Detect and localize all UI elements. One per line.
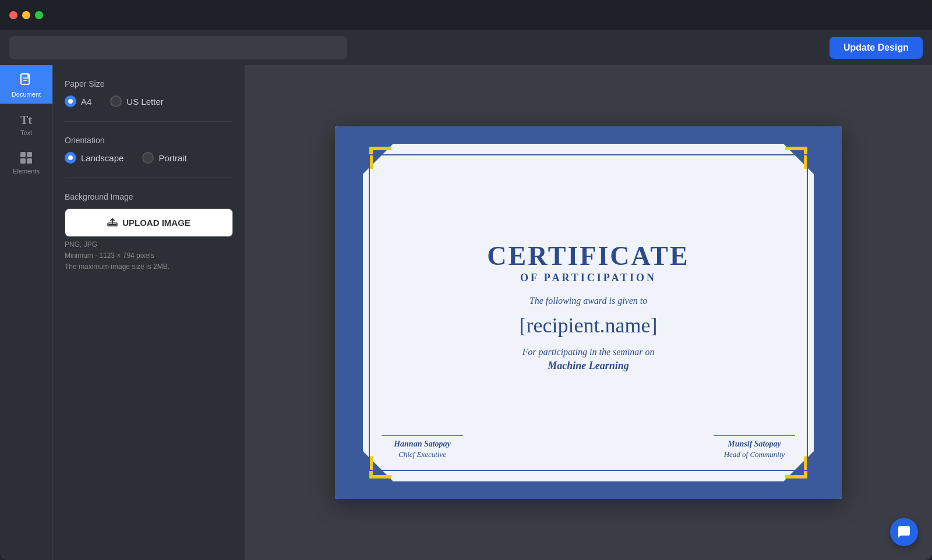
background-image-section: Background Image UPLOAD IMAGE PNG, JPG M… <box>65 192 233 273</box>
main-layout: Document Tt Text Elements <box>0 65 932 560</box>
orientation-portrait-label: Portrait <box>158 153 186 163</box>
upload-hint-line2: Minimum - 1123 × 794 pixels <box>65 250 233 261</box>
elements-icon <box>19 150 34 165</box>
cert-bar-right <box>814 173 842 452</box>
chat-button[interactable] <box>890 518 918 546</box>
cert-sig-right: Munsif Satopay Head of Community <box>714 435 795 459</box>
cert-bar-left <box>335 173 363 452</box>
paper-size-us-letter-label: US Letter <box>126 97 163 107</box>
cert-subtitle: OF PARTICIPATION <box>520 272 656 284</box>
sidebar-item-document-label: Document <box>12 91 41 98</box>
sidebar-panel: Paper Size A4 US Letter Orientation Land… <box>52 65 245 560</box>
svg-rect-3 <box>27 152 32 157</box>
sidebar-item-elements[interactable]: Elements <box>0 142 52 180</box>
design-title-input[interactable]: My Certificate Design <box>9 36 347 59</box>
svg-rect-5 <box>27 158 32 164</box>
cert-for-text: For participating in the seminar on <box>522 347 654 357</box>
cert-sig-name-left: Hannan Satopay <box>394 440 451 449</box>
orientation-landscape-option[interactable]: Landscape <box>65 152 123 164</box>
upload-hint-line3: The maximum image size is 2MB. <box>65 261 233 272</box>
cert-topic: Machine Learning <box>548 360 629 372</box>
cert-sig-left: Hannan Satopay Chief Executive <box>382 435 463 459</box>
header: My Certificate Design Update Design <box>0 30 932 65</box>
sidebar-item-document[interactable]: Document <box>0 65 52 104</box>
cert-intro: The following award is given to <box>529 296 648 306</box>
cert-sig-line-right <box>714 435 795 436</box>
cert-bar-bottom <box>382 481 795 499</box>
upload-image-button[interactable]: UPLOAD IMAGE <box>65 208 233 237</box>
orientation-landscape-radio[interactable] <box>65 152 76 164</box>
sidebar-item-text[interactable]: Tt Text <box>0 104 52 142</box>
upload-hint: PNG, JPG Minimum - 1123 × 794 pixels The… <box>65 239 233 273</box>
svg-rect-4 <box>20 158 26 164</box>
background-image-label: Background Image <box>65 192 233 201</box>
orientation-landscape-label: Landscape <box>81 153 123 163</box>
paper-size-a4-label: A4 <box>81 97 91 107</box>
orientation-options: Landscape Portrait <box>65 152 233 164</box>
svg-text:Tt: Tt <box>20 114 32 126</box>
sidebar-item-text-label: Text <box>20 129 32 136</box>
cert-sig-role-right: Head of Community <box>724 450 785 459</box>
cert-sig-line-left <box>382 435 463 436</box>
upload-hint-line1: PNG, JPG <box>65 239 233 250</box>
sidebar-icons: Document Tt Text Elements <box>0 65 52 560</box>
update-design-button[interactable]: Update Design <box>829 37 923 59</box>
cert-signatures: Hannan Satopay Chief Executive Munsif Sa… <box>382 435 795 459</box>
cert-title: CERTIFICATE <box>487 242 689 271</box>
titlebar <box>0 0 932 30</box>
close-button[interactable] <box>9 11 17 19</box>
paper-size-a4-radio[interactable] <box>65 95 76 107</box>
orientation-section: Orientation Landscape Portrait <box>65 136 233 164</box>
canvas-area: CERTIFICATE OF PARTICIPATION The followi… <box>245 65 932 560</box>
orientation-portrait-radio[interactable] <box>142 152 154 164</box>
divider-2 <box>65 178 233 178</box>
document-icon <box>19 73 34 88</box>
cert-recipient: [recipient.name] <box>520 313 658 338</box>
paper-size-a4-option[interactable]: A4 <box>65 95 91 107</box>
paper-size-us-letter-option[interactable]: US Letter <box>110 95 163 107</box>
orientation-label: Orientation <box>65 136 233 145</box>
paper-size-label: Paper Size <box>65 79 233 88</box>
upload-image-label: UPLOAD IMAGE <box>122 218 190 228</box>
sidebar-item-elements-label: Elements <box>13 168 40 175</box>
paper-size-section: Paper Size A4 US Letter <box>65 79 233 107</box>
maximize-button[interactable] <box>35 11 43 19</box>
cert-sig-role-left: Chief Executive <box>398 450 446 459</box>
cert-sig-name-right: Munsif Satopay <box>728 440 781 449</box>
svg-rect-2 <box>20 152 26 157</box>
orientation-portrait-option[interactable]: Portrait <box>142 152 186 164</box>
certificate: CERTIFICATE OF PARTICIPATION The followi… <box>335 126 842 499</box>
traffic-lights <box>9 11 43 19</box>
text-icon: Tt <box>19 112 34 127</box>
paper-size-options: A4 US Letter <box>65 95 233 107</box>
minimize-button[interactable] <box>22 11 30 19</box>
cert-content: CERTIFICATE OF PARTICIPATION The followi… <box>376 158 801 467</box>
upload-icon <box>107 217 118 229</box>
paper-size-us-letter-radio[interactable] <box>110 95 122 107</box>
cert-bar-top <box>382 126 795 144</box>
divider-1 <box>65 121 233 122</box>
